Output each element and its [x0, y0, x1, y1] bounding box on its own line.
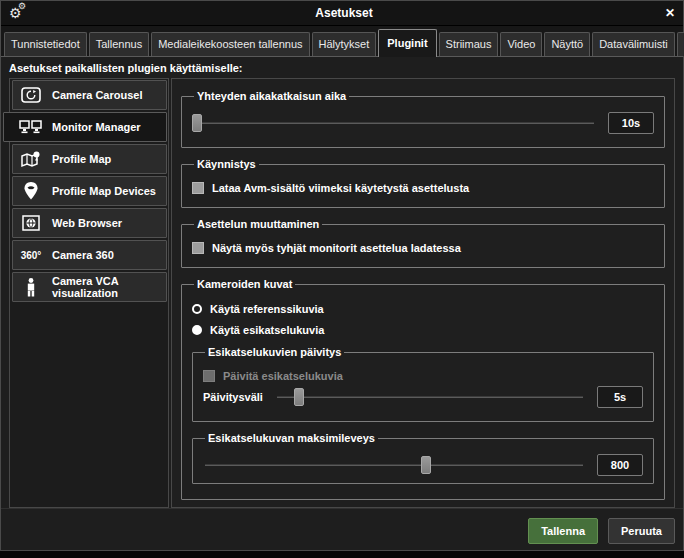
sidebar-item-label: Camera Carousel [52, 89, 143, 101]
timeout-value: 10s [608, 112, 654, 134]
timeout-legend: Yhteyden aikakatkaisun aika [194, 90, 349, 102]
map-pin-icon [18, 182, 44, 200]
person-icon [18, 278, 44, 297]
preview-update-legend: Esikatselukuvien päivitys [205, 346, 344, 358]
show-empty-monitors-checkbox[interactable] [192, 242, 204, 254]
sidebar-item-label: Camera 360 [52, 249, 114, 261]
slider-thumb[interactable] [421, 456, 431, 474]
save-button[interactable]: Tallenna [528, 518, 598, 544]
tab-medialeikekoosteen-tallennus[interactable]: Medialeikekoosteen tallennus [151, 32, 309, 56]
sidebar-item-monitor-manager[interactable]: Monitor Manager [3, 112, 167, 142]
load-avm-content-label: Lataa Avm-sisältö viimeksi käytetystä as… [212, 182, 469, 194]
camera-images-legend: Kameroiden kuvat [194, 278, 295, 290]
360-degrees-icon: 360° [18, 250, 44, 261]
monitor-manager-icon [18, 120, 44, 135]
sidebar-item-web-browser[interactable]: Web Browser [12, 208, 167, 238]
use-preview-images-label: Käytä esikatselukuvia [210, 324, 324, 336]
layout-change-section: Asettelun muuttaminen Näytä myös tyhjät … [181, 218, 665, 268]
sidebar-item-label: Monitor Manager [52, 121, 141, 133]
slider-track [194, 122, 594, 124]
use-reference-images-label: Käytä referenssikuvia [210, 303, 324, 315]
tab-pluginit[interactable]: Pluginit [378, 29, 436, 57]
profile-map-icon [18, 151, 44, 168]
cancel-button[interactable]: Peruuta [608, 518, 675, 544]
body-row: Camera Carousel Monitor Manager [1, 78, 683, 508]
sidebar-item-camera-360[interactable]: 360° Camera 360 [12, 240, 167, 270]
camera-images-section: Kameroiden kuvat Käytä referenssikuvia K… [181, 278, 665, 500]
layout-change-legend: Asettelun muuttaminen [194, 218, 322, 230]
sidebar-item-label: Web Browser [52, 217, 122, 229]
tab-lisaasetukset[interactable]: Lisäasetukset [677, 32, 684, 56]
slider-track [205, 464, 583, 466]
slider-thumb[interactable] [294, 388, 304, 406]
sidebar-item-profile-map-devices[interactable]: Profile Map Devices [12, 176, 167, 206]
preview-max-width-slider[interactable] [203, 455, 585, 475]
sidebar-item-label: Profile Map [52, 153, 111, 165]
update-preview-images-label: Päivitä esikatselukuvia [223, 370, 343, 382]
startup-legend: Käynnistys [194, 158, 259, 170]
plugin-sidebar: Camera Carousel Monitor Manager [9, 78, 169, 508]
show-empty-monitors-label: Näytä myös tyhjät monitorit asettelua la… [212, 242, 461, 254]
update-interval-label: Päivitysväli [203, 391, 263, 403]
use-preview-images-radio[interactable] [192, 325, 202, 335]
window-title: Asetukset [31, 6, 657, 20]
camera-carousel-icon [18, 87, 44, 103]
preview-max-width-value: 800 [597, 454, 643, 476]
tab-striimaus[interactable]: Striimaus [439, 32, 499, 56]
load-avm-content-checkbox[interactable] [192, 182, 204, 194]
settings-gears-icon: ⚙⚙ [9, 4, 31, 22]
dialog-footer: Tallenna Peruuta [1, 508, 683, 552]
tab-tunnistetiedot[interactable]: Tunnistetiedot [4, 32, 87, 56]
slider-thumb[interactable] [192, 114, 202, 132]
use-reference-images-radio[interactable] [192, 304, 202, 314]
plugin-settings-panel: Yhteyden aikakatkaisun aika 10s Käynnist… [171, 78, 675, 508]
tab-naytto[interactable]: Näyttö [544, 32, 590, 56]
sidebar-item-camera-carousel[interactable]: Camera Carousel [12, 80, 167, 110]
sidebar-item-label: Camera VCA visualization [52, 275, 161, 299]
settings-window: ⚙⚙ Asetukset ✕ Tunnistetiedot Tallennus … [0, 0, 684, 551]
update-preview-images-checkbox [203, 370, 215, 382]
titlebar: ⚙⚙ Asetukset ✕ [1, 1, 683, 26]
tab-halytykset[interactable]: Hälytykset [312, 32, 377, 56]
tab-video[interactable]: Video [500, 32, 542, 56]
preview-update-section: Esikatselukuvien päivitys Päivitä esikat… [192, 346, 654, 422]
startup-section: Käynnistys Lataa Avm-sisältö viimeksi kä… [181, 158, 665, 208]
sidebar-item-label: Profile Map Devices [52, 185, 156, 197]
timeout-section: Yhteyden aikakatkaisun aika 10s [181, 90, 665, 148]
preview-max-width-section: Esikatselukuvan maksimileveys 800 [192, 432, 654, 484]
tab-tallennus[interactable]: Tallennus [89, 32, 149, 56]
slider-track [277, 396, 583, 398]
update-interval-value: 5s [597, 386, 643, 408]
preview-max-width-legend: Esikatselukuvan maksimileveys [205, 432, 378, 444]
tab-bar: Tunnistetiedot Tallennus Medialeikekoost… [1, 26, 683, 57]
timeout-slider[interactable] [192, 113, 596, 133]
close-icon[interactable]: ✕ [657, 6, 675, 20]
update-interval-slider[interactable] [275, 387, 585, 407]
page-subtitle: Asetukset paikallisten plugien käyttämis… [1, 57, 683, 78]
tab-datavalimuisti[interactable]: Datavälimuisti [592, 32, 674, 56]
globe-icon [18, 215, 44, 231]
sidebar-item-profile-map[interactable]: Profile Map [12, 144, 167, 174]
sidebar-item-camera-vca-visualization[interactable]: Camera VCA visualization [12, 272, 167, 302]
